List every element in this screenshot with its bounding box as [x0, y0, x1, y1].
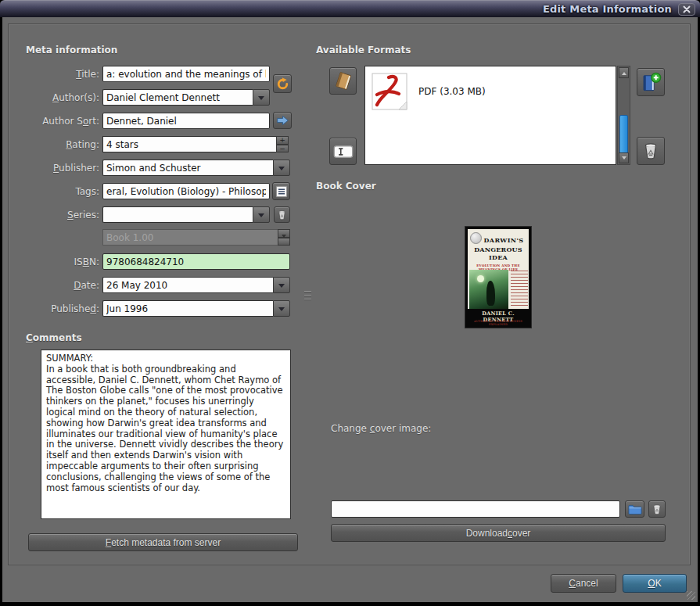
swap-title-author-button[interactable]	[273, 74, 292, 93]
authors-dropdown-arrow[interactable]	[253, 89, 270, 106]
rating-label: Rating:	[21, 139, 99, 150]
published-label: Published:	[21, 303, 99, 314]
publisher-label: Publisher:	[21, 163, 99, 174]
remove-format-button[interactable]	[637, 137, 665, 165]
set-metadata-from-format-button[interactable]	[329, 138, 357, 165]
triangle-up-icon	[622, 70, 626, 75]
title-label: Title:	[21, 69, 99, 80]
format-item-label: PDF (3.03 MB)	[418, 86, 486, 97]
format-item-pdf[interactable]: PDF (3.03 MB)	[370, 70, 609, 113]
chevron-down-icon	[278, 167, 285, 174]
formats-list[interactable]: PDF (3.03 MB)	[364, 66, 616, 165]
moon-graphic	[477, 275, 484, 282]
series-index-spinbox	[102, 229, 290, 246]
arrow-right-icon	[276, 115, 289, 126]
scroll-down-button[interactable]	[619, 152, 629, 163]
change-cover-label: Change cover image:	[331, 423, 431, 434]
chevron-down-icon	[258, 213, 264, 221]
isbn-input[interactable]	[102, 253, 290, 270]
close-icon	[683, 5, 691, 13]
download-cover-button[interactable]: Download cover	[331, 524, 666, 542]
formats-section-title: Available Formats	[316, 45, 411, 56]
series-index-down-button	[278, 238, 290, 246]
chevron-down-icon	[258, 96, 264, 103]
comments-textarea[interactable]: SUMMARY: In a book that is both groundbr…	[41, 350, 291, 519]
series-index-input	[102, 229, 278, 246]
triangle-down-icon	[282, 235, 286, 248]
rating-increment-button[interactable]: +	[276, 136, 289, 145]
cover-path-input[interactable]	[331, 500, 620, 518]
tag-editor-button[interactable]	[272, 182, 290, 200]
cover-footer-line: AUTHOR OF CONSCIOUSNESS EXPLAINED	[468, 320, 529, 326]
series-combo[interactable]	[102, 206, 270, 223]
comments-label: Comments	[26, 332, 82, 343]
tags-label: Tags:	[21, 186, 99, 197]
date-combo[interactable]	[102, 277, 290, 293]
authors-label: Author(s):	[21, 92, 99, 103]
title-input[interactable]	[102, 66, 270, 82]
silhouette-graphic	[486, 281, 495, 306]
series-dropdown-arrow[interactable]	[253, 206, 270, 223]
titlebar[interactable]: Edit Meta Information	[0, 0, 700, 17]
rating-input[interactable]	[102, 136, 276, 152]
window-title: Edit Meta Information	[543, 3, 672, 15]
rating-decrement-button[interactable]: −	[276, 145, 289, 153]
scroll-up-button[interactable]	[619, 67, 629, 78]
folder-icon	[628, 504, 642, 515]
publisher-combo[interactable]	[102, 160, 290, 176]
date-input[interactable]	[102, 277, 273, 293]
cover-page: DARWIN'S DANGEROUS IDEA EVOLUTION AND TH…	[468, 229, 529, 309]
text-cursor-icon	[333, 143, 354, 160]
rating-spinbox[interactable]: + −	[102, 136, 289, 152]
isbn-label: ISBN:	[21, 256, 99, 267]
add-format-button[interactable]	[637, 68, 665, 96]
published-combo[interactable]	[102, 300, 290, 317]
add-book-icon	[641, 72, 662, 93]
scrollbar-thumb[interactable]	[619, 115, 628, 154]
publisher-dropdown-arrow[interactable]	[273, 160, 290, 176]
triangle-down-icon	[622, 156, 626, 162]
series-input[interactable]	[102, 206, 253, 223]
cover-quote-lines	[511, 271, 528, 308]
cover-title-line2: DANGEROUS IDEA	[469, 246, 527, 261]
published-input[interactable]	[102, 300, 273, 317]
resize-grip[interactable]	[687, 591, 695, 600]
date-dropdown-arrow[interactable]	[273, 277, 290, 293]
author-sort-input[interactable]	[102, 113, 270, 129]
authors-combo[interactable]	[102, 89, 270, 106]
cancel-button[interactable]: Cancel	[551, 574, 616, 593]
chevron-down-icon	[278, 284, 285, 291]
clear-series-button[interactable]	[274, 206, 290, 223]
dialog-window: Edit Meta Information Meta information T…	[0, 0, 700, 606]
ok-button[interactable]: OK	[623, 574, 687, 593]
cover-artwork	[469, 270, 508, 309]
book-cover-image: DARWIN'S DANGEROUS IDEA EVOLUTION AND TH…	[465, 226, 532, 328]
meta-section-title: Meta information	[26, 45, 117, 56]
date-label: Date:	[21, 280, 99, 291]
cover-title-line1: DARWIN'S	[480, 236, 527, 244]
splitter-handle[interactable]	[303, 290, 312, 303]
tag-list-icon	[275, 185, 288, 198]
cover-section-title: Book Cover	[316, 181, 376, 192]
trash-icon	[642, 142, 659, 160]
author-sort-label: Author Sort:	[21, 116, 99, 127]
auto-author-sort-button[interactable]	[273, 112, 292, 129]
chevron-down-icon	[278, 307, 285, 314]
formats-scrollbar[interactable]	[617, 66, 630, 165]
reset-cover-button[interactable]	[648, 500, 666, 518]
trash-icon	[652, 504, 662, 515]
fetch-metadata-button[interactable]: Fetch metadata from server	[28, 533, 298, 551]
undo-swap-icon	[276, 77, 289, 91]
tags-input[interactable]	[102, 183, 270, 199]
published-dropdown-arrow[interactable]	[273, 300, 290, 317]
authors-input[interactable]	[102, 89, 253, 106]
trash-icon	[277, 210, 287, 221]
series-label: Series:	[21, 210, 99, 221]
publisher-input[interactable]	[102, 160, 273, 176]
pdf-icon	[370, 72, 409, 111]
browse-cover-button[interactable]	[625, 500, 644, 518]
view-format-button[interactable]	[329, 67, 357, 95]
close-button[interactable]	[678, 3, 695, 16]
book-icon	[333, 71, 354, 91]
